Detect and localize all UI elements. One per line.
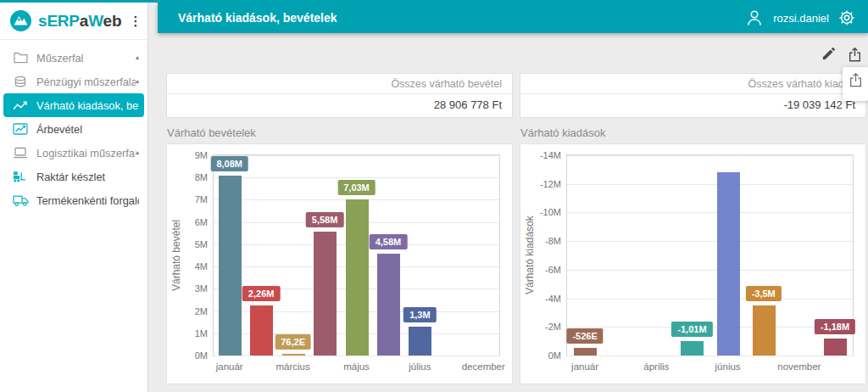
share-icon[interactable] (849, 48, 861, 62)
y-axis-tick: -12M (540, 179, 561, 189)
laptop-icon (12, 145, 29, 160)
card-value: -19 039 142 Ft (520, 94, 865, 117)
brand-seg: eb (103, 12, 122, 30)
card-osszes-varhato-bevetel: Összes várható bevétel 28 906 778 Ft (166, 73, 513, 118)
y-axis-tick: 6M (195, 217, 208, 227)
sidebar-item-penzugyi-muszerfalak[interactable]: Pénzügyi műszerfalak ▴ (3, 70, 144, 93)
chart-bar-május[interactable] (346, 199, 369, 356)
bar-value-label: -1,18M (815, 319, 855, 334)
sidebar-item-raktar-keszlet[interactable]: Raktár készlet (3, 165, 144, 188)
kebab-menu-icon[interactable]: ⋮ (129, 14, 142, 27)
bar-value-label: 76,2E (275, 334, 311, 350)
y-axis-tick: -10M (540, 207, 561, 217)
sidebar-item-label: Pénzügyi műszerfalak (36, 76, 136, 88)
brand-seg: a (80, 12, 88, 30)
sidebar-item-logisztikai-muszerfalak[interactable]: Logisztikai műszerfalak ▴ (3, 141, 144, 165)
brand-seg: s (38, 12, 47, 30)
x-axis-tick: május (343, 361, 370, 372)
chart-bar-június[interactable] (377, 254, 400, 356)
y-axis-tick: 3M (195, 283, 208, 294)
folder-icon (12, 50, 29, 65)
collapse-arrow-icon[interactable]: ▴ (136, 149, 139, 156)
gridline (567, 241, 853, 242)
card-title: Összes várható bevétel (167, 74, 512, 94)
y-axis-tick: -4M (545, 294, 561, 304)
app-header: Várható kiadások, bevételek rozsi.daniel (158, 3, 868, 33)
chart-bar-június[interactable] (717, 172, 740, 356)
logo-row: sERPaWeb ⋮ (0, 3, 147, 40)
y-axis-tick: 7M (195, 194, 208, 204)
user-name[interactable]: rozsi.daniel (773, 12, 829, 25)
app-root: sERPaWeb ⋮ Műszerfal ▴ (0, 0, 868, 392)
x-axis-tick: január (216, 361, 243, 372)
sidebar-item-label: Műszerfal (36, 52, 83, 64)
sidebar-item-varhato-kiadasok-bevetelek[interactable]: Várható kiadások, bevételek (3, 93, 144, 117)
card-title: Összes várható kiadás (520, 74, 865, 94)
pencil-icon[interactable] (821, 48, 835, 61)
card-value: 28 906 778 Ft (167, 94, 512, 117)
summary-cards-row: Összes várható bevétel 28 906 778 Ft Öss… (166, 73, 866, 118)
brand-seg: W (88, 12, 103, 30)
sidebar-item-muszerfal[interactable]: Műszerfal ▴ (3, 46, 144, 70)
export-popup[interactable] (843, 67, 868, 101)
person-icon[interactable] (744, 8, 765, 28)
y-axis-tick: 1M (195, 328, 208, 339)
y-axis-tick: 0M (195, 350, 208, 361)
sidebar-item-termekenkenti-forgalom[interactable]: Termékenkénti forgalom (3, 188, 144, 212)
chart-varhato-bevetelek: Várható bevételek Várható bevétel 9M8M7M… (166, 126, 513, 384)
brand-seg: ERP (47, 12, 79, 30)
card-osszes-varhato-kiadas: Összes várható kiadás -19 039 142 Ft (520, 73, 866, 118)
chart-bar-január[interactable] (219, 176, 242, 356)
y-axis-tick: 8M (195, 172, 208, 182)
y-axis-title: Várható kiadások (524, 154, 536, 356)
sidebar: sERPaWeb ⋮ Műszerfal ▴ (0, 3, 148, 392)
bar-value-label: -526E (566, 328, 603, 344)
y-axis-tick: -8M (545, 236, 561, 246)
y-axis-title: Várható bevétel (170, 154, 182, 356)
x-axis-tick: december (462, 361, 505, 372)
sidebar-item-label: Termékenkénti forgalom (36, 194, 139, 207)
gridline (214, 177, 499, 178)
chart-bar-május[interactable] (681, 341, 704, 356)
chart-bar-január[interactable] (574, 348, 597, 356)
chart-bar-április[interactable] (314, 232, 337, 356)
gridline (214, 356, 499, 356)
gridline (567, 212, 853, 213)
chart-panel: Várható bevétel 9M8M7M6M5M4M3M2M1M0Mjanu… (166, 143, 513, 384)
dashboard-toolbar (158, 33, 868, 62)
collapse-arrow-icon[interactable]: ▴ (136, 78, 139, 85)
bar-value-label: -1,01M (671, 322, 712, 337)
chart-bar-március[interactable] (282, 354, 305, 356)
chart-panel: Várható kiadások -14M-12M-10M-8M-6M-4M-2… (520, 143, 866, 384)
top-accent-line (0, 0, 868, 3)
mountain-logo-icon (9, 9, 32, 32)
charts-row: Várható bevételek Várható bevétel 9M8M7M… (166, 126, 866, 384)
page-title: Várható kiadások, bevételek (178, 11, 744, 25)
truck-icon (12, 193, 29, 208)
plot-area: 9M8M7M6M5M4M3M2M1M0Mjanuármárciusmájusjú… (213, 154, 500, 356)
x-axis-tick: március (275, 361, 309, 372)
gear-icon[interactable] (837, 8, 856, 27)
collapse-arrow-icon[interactable]: ▴ (136, 54, 139, 61)
x-axis-tick: január (571, 361, 598, 372)
sidebar-item-label: Logisztikai műszerfalak (36, 147, 136, 160)
y-axis-tick: 9M (195, 150, 208, 160)
x-axis-tick: november (777, 361, 821, 372)
sidebar-item-arbevetel[interactable]: Árbevétel (3, 117, 144, 141)
x-axis-tick: április (643, 361, 669, 372)
sidebar-menu: Műszerfal ▴ Pénzügyi műszerfalak ▴ (0, 40, 147, 212)
y-axis-tick: -14M (540, 150, 561, 160)
share-icon[interactable] (849, 73, 862, 101)
chart-bar-február[interactable] (250, 305, 273, 356)
gridline (567, 184, 853, 185)
chart-bar-július[interactable] (753, 305, 776, 356)
y-axis-tick: -6M (545, 265, 561, 275)
gridline (567, 270, 853, 271)
chart-bar-július[interactable] (409, 327, 431, 356)
chart-bar-december[interactable] (824, 339, 847, 356)
gridline (567, 356, 853, 356)
y-axis-tick: 0M (548, 350, 561, 361)
sidebar-item-label: Árbevétel (36, 123, 82, 136)
chart-title: Várható bevételek (167, 126, 513, 139)
x-axis-tick: július (409, 361, 431, 372)
